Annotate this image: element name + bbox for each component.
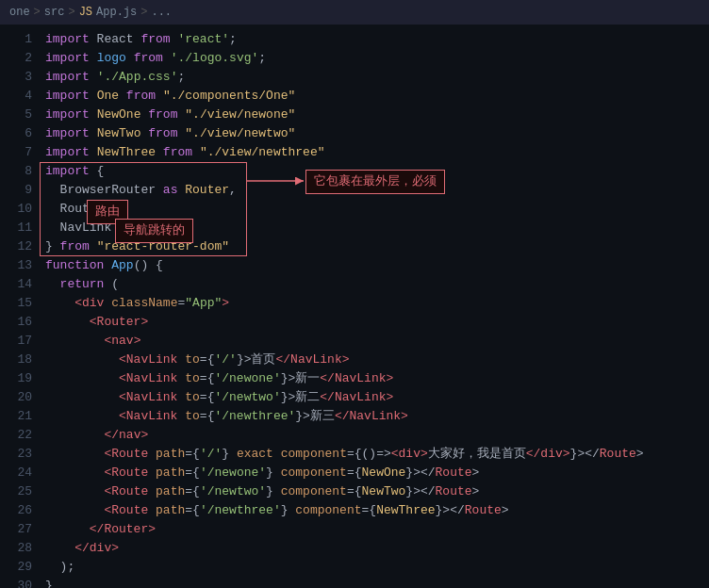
code-area: 1234567891011121314151617181920212223242… — [0, 24, 709, 588]
code-line: <NavLink to={'/newthree'}>新三</NavLink> — [45, 407, 709, 426]
code-line: BrowserRouter as Router, — [45, 181, 709, 200]
line-numbers: 1234567891011121314151617181920212223242… — [0, 24, 40, 588]
code-line: import React from 'react'; — [45, 30, 709, 49]
code-line: <Route path={'/newthree'} component={New… — [45, 501, 709, 520]
code-line: <NavLink to={'/'}>首页</NavLink> — [45, 351, 709, 369]
breadcrumb-item: ... — [151, 6, 172, 19]
code-editor: one > src > JS App.js > ... 123456789101… — [0, 0, 709, 588]
code-line: </Router> — [45, 520, 709, 539]
code-line: return ( — [45, 275, 709, 294]
code-line: NavLink — [45, 219, 709, 237]
code-line: import './App.css'; — [45, 68, 709, 87]
code-line: Route, — [45, 200, 709, 219]
code-line: <nav> — [45, 332, 709, 351]
code-line: import NewThree from "./view/newthree" — [45, 143, 709, 162]
code-line: import NewTwo from "./view/newtwo" — [45, 124, 709, 143]
code-line: </nav> — [45, 426, 709, 445]
code-line: <NavLink to={'/newtwo'}>新二</NavLink> — [45, 388, 709, 407]
code-line: <NavLink to={'/newone'}>新一</NavLink> — [45, 369, 709, 388]
breadcrumb-item: App.js — [96, 6, 137, 19]
code-line: function App() { — [45, 256, 709, 275]
breadcrumb-item-js: JS — [79, 6, 92, 19]
breadcrumb-sep: > — [140, 6, 147, 19]
code-line: } — [45, 577, 709, 588]
code-line: <Router> — [45, 313, 709, 332]
code-line: <Route path={'/newtwo'} component={NewTw… — [45, 482, 709, 501]
code-line: <div className="App"> — [45, 294, 709, 313]
code-line: import One from "./components/One" — [45, 87, 709, 106]
breadcrumb: one > src > JS App.js > ... — [0, 0, 709, 24]
code-line: ); — [45, 558, 709, 577]
code-content: import React from 'react';import logo fr… — [40, 24, 709, 588]
code-line: import logo from './logo.svg'; — [45, 49, 709, 68]
breadcrumb-item: src — [44, 6, 65, 19]
breadcrumb-item: one — [9, 6, 30, 19]
code-line: } from "react-router-dom" — [45, 237, 709, 256]
code-line: <Route path={'/newone'} component={NewOn… — [45, 464, 709, 482]
code-line: import NewOne from "./view/newone" — [45, 106, 709, 124]
code-line: import { — [45, 162, 709, 181]
breadcrumb-sep: > — [68, 6, 74, 19]
code-line: </div> — [45, 539, 709, 558]
code-line: <Route path={'/'} exact component={()=><… — [45, 445, 709, 464]
breadcrumb-sep: > — [34, 6, 41, 19]
